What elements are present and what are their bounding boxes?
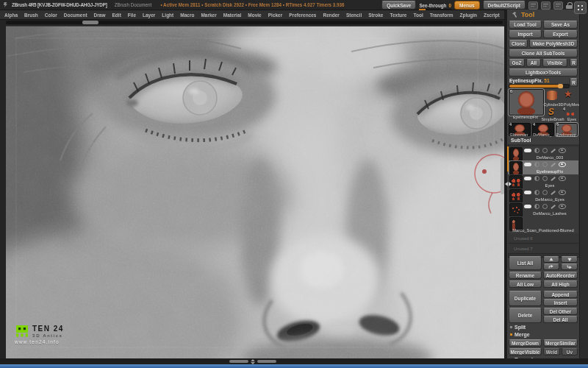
all-high-button[interactable]: All High xyxy=(543,280,578,288)
load-tool-button[interactable]: Load Tool xyxy=(509,21,542,29)
goz-button[interactable]: GoZ xyxy=(509,59,525,67)
active-tool-slider[interactable] xyxy=(509,84,570,88)
subtool-row-unused6[interactable]: Unused 6 xyxy=(508,233,578,244)
menu-item-zscript[interactable]: Zscript xyxy=(484,13,500,18)
import-button[interactable]: Import xyxy=(509,30,542,38)
menu-item-alpha[interactable]: Alpha xyxy=(4,13,18,18)
eyes-tool-icon[interactable] xyxy=(564,111,576,117)
menu-item-light[interactable]: Light xyxy=(162,13,173,18)
menu-item-material[interactable]: Material xyxy=(223,13,242,18)
eye-icon[interactable] xyxy=(559,204,566,209)
polypaint-icon[interactable] xyxy=(534,148,539,153)
weld-button[interactable]: Weld xyxy=(543,348,560,355)
brush-toggle-icon[interactable] xyxy=(551,177,555,181)
eye-icon[interactable] xyxy=(559,176,566,181)
subtool-row-demarco-lashes[interactable]: DeMarco_Lashes xyxy=(508,202,578,217)
menu-item-texture[interactable]: Texture xyxy=(390,13,406,18)
grab-document-icon[interactable] xyxy=(553,1,563,10)
make-polymesh3d-button[interactable]: Make PolyMesh3D xyxy=(529,40,578,48)
simplebrush-icon[interactable]: S xyxy=(548,107,554,116)
polypaint-icon[interactable] xyxy=(534,176,539,181)
polymesh-star-icon[interactable]: ★ xyxy=(564,89,573,99)
menu-item-transform[interactable]: Transform xyxy=(430,13,453,18)
menu-item-draw[interactable]: Draw xyxy=(94,13,106,18)
autoreorder-button[interactable]: AutoReorder xyxy=(543,272,578,279)
all-low-button[interactable]: All Low xyxy=(509,280,542,288)
uv-icon[interactable] xyxy=(542,176,548,181)
polypaint-icon[interactable] xyxy=(534,204,539,209)
subtool-section-title[interactable]: SubTool xyxy=(511,138,531,143)
goz-all-button[interactable]: All xyxy=(526,59,541,67)
see-through-slider[interactable]: See-through 0 xyxy=(419,3,451,8)
brush-toggle-icon[interactable] xyxy=(551,163,555,167)
scroll-document-icon[interactable] xyxy=(528,1,538,10)
clone-all-subtools-button[interactable]: Clone All SubTools xyxy=(509,49,578,57)
merge-section[interactable]: Merge xyxy=(510,332,530,337)
bottom-divider-arrows[interactable] xyxy=(251,359,255,364)
menu-item-document[interactable]: Document xyxy=(64,13,87,18)
bottom-divider-handle[interactable] xyxy=(229,360,248,363)
subtool-row-unused7[interactable]: Unused 7 xyxy=(508,244,578,254)
list-all-button[interactable]: List All xyxy=(509,256,542,270)
divider-grid-icon[interactable] xyxy=(574,1,587,14)
append-button[interactable]: Append xyxy=(543,291,578,298)
del-other-button[interactable]: Del Other xyxy=(543,308,578,315)
polypaint-icon[interactable] xyxy=(534,190,539,195)
subtool-row-eyelinesupfix[interactable]: EyelinesupFix xyxy=(508,160,578,175)
menus-toggle-button[interactable]: Menus xyxy=(454,1,480,10)
menu-item-brush[interactable]: Brush xyxy=(24,13,38,18)
delete-button[interactable]: Delete xyxy=(509,308,542,323)
current-tool-thumbnail[interactable] xyxy=(509,89,544,116)
brush-toggle-icon[interactable] xyxy=(551,205,555,209)
menu-item-tool[interactable]: Tool xyxy=(413,13,423,18)
uv-icon[interactable] xyxy=(542,148,548,153)
menu-item-color[interactable]: Color xyxy=(45,13,57,18)
subtool-move-top-button[interactable] xyxy=(543,263,559,270)
subtool-move-bottom-button[interactable] xyxy=(561,263,578,270)
visibility-pill-icon[interactable] xyxy=(524,177,531,180)
uv-icon[interactable] xyxy=(542,162,548,167)
subtool-row-demarco003[interactable]: DeMarco_003 xyxy=(508,146,578,161)
subtool-row-eyes[interactable]: Eyes xyxy=(508,174,578,189)
menu-item-preferences[interactable]: Preferences xyxy=(289,13,316,18)
goz-r-button[interactable]: R xyxy=(570,59,578,67)
menu-item-marker[interactable]: Marker xyxy=(201,13,216,18)
actual-size-icon[interactable] xyxy=(541,1,551,10)
document-canvas[interactable]: TEN 24 3D Antics www.ten24.info xyxy=(6,26,504,359)
menu-item-stroke[interactable]: Stroke xyxy=(368,13,383,18)
canvas-scrollbar-handle[interactable] xyxy=(82,21,98,24)
subtool-up-button[interactable] xyxy=(543,256,559,263)
default-zscript-button[interactable]: DefaultZScript xyxy=(483,1,526,10)
lock-icon[interactable] xyxy=(566,2,573,9)
menu-item-file[interactable]: File xyxy=(128,13,136,18)
mergevisible-button[interactable]: MergeVisible xyxy=(509,348,542,355)
clone-button[interactable]: Clone xyxy=(509,40,528,48)
brush-toggle-icon[interactable] xyxy=(551,191,555,195)
mergedown-button[interactable]: MergeDown xyxy=(509,339,542,347)
visibility-pill-icon[interactable] xyxy=(524,191,531,194)
rename-button[interactable]: Rename xyxy=(509,272,542,279)
brush-toggle-icon[interactable] xyxy=(551,149,555,153)
menu-item-movie[interactable]: Movie xyxy=(248,13,261,18)
visibility-pill-icon[interactable] xyxy=(524,205,531,208)
canvas-divider-handle[interactable] xyxy=(501,158,504,194)
menu-item-macro[interactable]: Macro xyxy=(180,13,194,18)
menu-item-layer[interactable]: Layer xyxy=(143,13,155,18)
visibility-pill-icon[interactable] xyxy=(524,163,531,166)
panel-divider-arrows[interactable] xyxy=(505,181,512,187)
polypaint-icon[interactable] xyxy=(534,162,539,167)
del-all-button[interactable]: Del All xyxy=(543,316,578,323)
subtool-row-marco-scan[interactable]: Marco_Scan_Positioned-Blurred xyxy=(508,216,578,234)
slider-r-button[interactable]: R xyxy=(570,78,578,87)
export-button[interactable]: Export xyxy=(543,30,578,38)
goz-visible-button[interactable]: Visible xyxy=(542,59,567,67)
lightbox-tools-button[interactable]: Lightbox>Tools xyxy=(509,68,578,77)
menu-item-picker[interactable]: Picker xyxy=(268,13,283,18)
uv-icon[interactable] xyxy=(542,190,548,195)
duplicate-button[interactable]: Duplicate xyxy=(509,291,542,306)
uv-button[interactable]: Uv xyxy=(562,348,578,355)
uv-icon[interactable] xyxy=(542,204,548,209)
eye-icon[interactable] xyxy=(559,162,566,167)
eye-icon[interactable] xyxy=(559,148,566,153)
bottom-divider-handle[interactable] xyxy=(257,360,276,363)
